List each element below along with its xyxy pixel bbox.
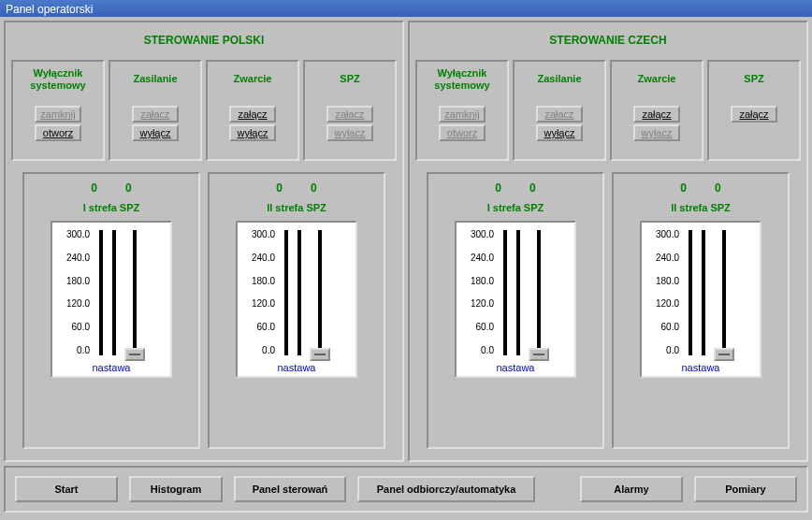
scale-tick: 240.0 [252, 253, 275, 263]
zone-val-1: 0 [91, 181, 97, 195]
zone-val-2: 0 [125, 181, 132, 195]
zone-title: II strefa SPZ [671, 202, 731, 213]
level-bar [284, 230, 288, 355]
scale-tick: 180.0 [252, 277, 275, 286]
level-bar [689, 230, 692, 355]
wylacz-button-pl-spz[interactable]: wyłacz [326, 124, 373, 141]
level-bar [503, 230, 507, 355]
scale-tick: 0.0 [262, 346, 275, 355]
zamknij-button-cz[interactable]: zamknij [439, 106, 486, 123]
zone-val-2: 0 [715, 181, 721, 195]
zone-1-cz: 0 0 I strefa SPZ 300.0 240.0 180.0 120.0… [427, 172, 604, 449]
scale-tick: 180.0 [656, 277, 679, 286]
gauge-label: nastawa [52, 362, 170, 373]
level-bar [112, 230, 116, 355]
panel-sterowan-button[interactable]: Panel sterowań [234, 476, 346, 502]
otworz-button-cz[interactable]: otworz [439, 124, 486, 141]
zalacz-button-cz-zwarcie[interactable]: załącz [633, 106, 680, 123]
slider-thumb[interactable] [714, 348, 734, 361]
zalacz-button-cz-spz[interactable]: załącz [731, 106, 777, 123]
wylacz-button-pl-zasilanie[interactable]: wyłącz [132, 124, 179, 141]
pomiary-button[interactable]: Pomiary [694, 476, 797, 502]
bottom-toolbar: Start Histogram Panel sterowań Panel odb… [4, 466, 808, 513]
zone-title: II strefa SPZ [267, 202, 326, 213]
wylacz-button-pl-zwarcie[interactable]: wyłącz [229, 124, 276, 141]
zone-values: 0 0 [495, 181, 535, 195]
otworz-button-pl[interactable]: otworz [35, 124, 81, 141]
gauge-1-pl: 300.0 240.0 180.0 120.0 60.0 0.0 [51, 221, 172, 378]
scale-tick: 240.0 [471, 253, 494, 263]
group-title: SPZ [744, 67, 763, 92]
slider[interactable] [125, 230, 144, 355]
group-title: Wyłącznik systemowy [421, 67, 503, 92]
group-wylacznik-pl: Wyłącznik systemowy zamknij otworz [11, 60, 105, 161]
scale-tick: 120.0 [252, 299, 275, 309]
group-title: Zwarcie [234, 67, 272, 92]
group-title: SPZ [340, 67, 359, 92]
zalacz-button-pl-spz[interactable]: załacz [326, 106, 373, 123]
slider[interactable] [529, 230, 548, 355]
slider[interactable] [715, 230, 733, 355]
window-title: Panel operatorski [6, 3, 93, 16]
gauge-1-cz: 300.0 240.0 180.0 120.0 60.0 0.0 [455, 221, 576, 378]
zone-values: 0 0 [680, 181, 720, 195]
wylacz-button-cz-zwarcie[interactable]: wyłacz [633, 124, 680, 141]
zalacz-button-pl-zasilanie[interactable]: załacz [132, 106, 179, 123]
zone-val-2: 0 [529, 181, 536, 195]
gauge-label: nastawa [457, 362, 574, 373]
zone-val-1: 0 [680, 181, 687, 195]
group-title: Wyłącznik systemowy [17, 67, 99, 92]
gauge-bars [277, 223, 355, 376]
zamknij-button-pl[interactable]: zamknij [35, 106, 81, 123]
group-zasilanie-cz: Zasilanie załacz wyłącz [513, 60, 606, 161]
zalacz-button-cz-zasilanie[interactable]: załacz [536, 106, 583, 123]
histogram-button[interactable]: Histogram [129, 476, 223, 502]
zalacz-button-pl-zwarcie[interactable]: załącz [229, 106, 276, 123]
slider[interactable] [311, 230, 329, 355]
group-zwarcie-pl: Zwarcie załącz wyłącz [206, 60, 299, 161]
zone-val-1: 0 [276, 181, 283, 195]
scale-tick: 120.0 [656, 299, 679, 309]
scale-tick: 120.0 [66, 299, 90, 309]
zone-val-2: 0 [311, 181, 317, 195]
group-title: Zasilanie [133, 67, 177, 92]
slider-line [133, 230, 137, 355]
panel-odbiorczy-button[interactable]: Panel odbiorczy/automatyka [357, 476, 535, 502]
scale-tick: 0.0 [666, 346, 679, 355]
alarmy-button[interactable]: Alarmy [580, 476, 683, 502]
start-button[interactable]: Start [15, 476, 118, 502]
zone-values: 0 0 [91, 181, 131, 195]
zone-title: I strefa SPZ [487, 202, 544, 213]
gauge-bars [92, 223, 170, 376]
scale-tick: 300.0 [471, 230, 494, 239]
scale-tick: 0.0 [481, 346, 494, 355]
scale-tick: 60.0 [257, 323, 275, 332]
scale-tick: 240.0 [656, 253, 679, 263]
gauge-2-pl: 300.0 240.0 180.0 120.0 60.0 0.0 [236, 221, 357, 378]
gauge-scale: 300.0 240.0 180.0 120.0 60.0 0.0 [52, 223, 92, 376]
level-bar [297, 230, 301, 355]
level-bar [99, 230, 103, 355]
gauge-scale: 300.0 240.0 180.0 120.0 60.0 0.0 [642, 223, 681, 376]
slider-thumb[interactable] [124, 348, 145, 361]
level-bar [516, 230, 520, 355]
scale-tick: 180.0 [471, 277, 494, 286]
window-titlebar: Panel operatorski [0, 0, 812, 17]
slider-thumb[interactable] [529, 348, 549, 361]
group-zwarcie-cz: Zwarcie załącz wyłacz [610, 60, 703, 161]
gauge-scale: 300.0 240.0 180.0 120.0 60.0 0.0 [457, 223, 496, 376]
gauge-scale: 300.0 240.0 180.0 120.0 60.0 0.0 [238, 223, 277, 376]
group-zasilanie-pl: Zasilanie załacz wyłącz [109, 60, 202, 161]
slider-line [537, 230, 541, 355]
slider-thumb[interactable] [310, 348, 330, 361]
gauge-bars [496, 223, 574, 376]
scale-tick: 300.0 [656, 230, 679, 239]
gauge-bars [681, 223, 760, 376]
zone-values: 0 0 [276, 181, 316, 195]
wylacz-button-cz-zasilanie[interactable]: wyłącz [536, 124, 583, 141]
zone-2-cz: 0 0 II strefa SPZ 300.0 240.0 180.0 120.… [612, 172, 790, 449]
main-area: STEROWANIE POLSKI Wyłącznik systemowy za… [0, 17, 812, 466]
zone-2-pl: 0 0 II strefa SPZ 300.0 240.0 180.0 120.… [208, 172, 385, 449]
group-title: Zwarcie [638, 67, 676, 92]
gauge-label: nastawa [238, 362, 355, 373]
